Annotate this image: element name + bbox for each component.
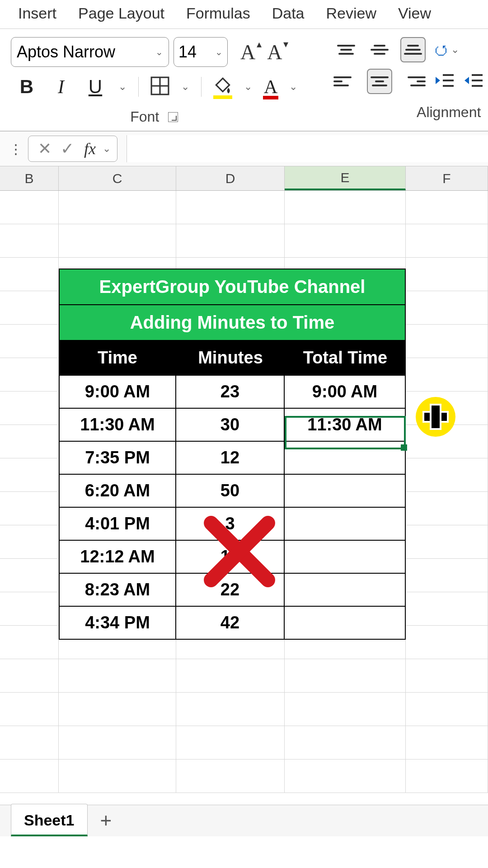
font-name-value: Aptos Narrow	[17, 42, 115, 61]
tab-formulas[interactable]: Formulas	[186, 5, 250, 22]
table-row[interactable]: 4:34 PM 42	[59, 607, 406, 640]
bold-button[interactable]: B	[15, 76, 38, 98]
cell-minutes[interactable]: 42	[176, 607, 285, 640]
enter-button[interactable]: ✓	[57, 139, 77, 159]
font-group-label: Font	[130, 108, 159, 125]
tab-page-layout[interactable]: Page Layout	[78, 5, 164, 22]
status-bar	[0, 836, 488, 868]
cancel-button[interactable]: ✕	[35, 139, 55, 159]
add-sheet-button[interactable]: +	[100, 809, 112, 836]
cell-minutes[interactable]: 23	[176, 375, 285, 409]
chevron-down-icon: ⌄	[155, 47, 163, 57]
italic-button[interactable]: I	[50, 76, 72, 98]
fill-color-button[interactable]	[213, 76, 232, 97]
alignment-group: ⭯ ⌄	[333, 37, 483, 131]
cell-total[interactable]: 11:30 AM	[285, 409, 406, 442]
header-minutes: Minutes	[176, 341, 285, 375]
column-header-E[interactable]: E	[285, 166, 406, 190]
column-header-F[interactable]: F	[406, 166, 488, 190]
cell-time[interactable]: 11:30 AM	[59, 409, 176, 442]
cell-total[interactable]	[285, 574, 406, 607]
chevron-down-icon: ⌄	[215, 47, 223, 57]
decrease-font-size-button[interactable]: A▾	[267, 40, 282, 64]
cell-time[interactable]: 8:23 AM	[59, 574, 176, 607]
formula-bar: ⋮ ✕ ✓ fx ⌄	[0, 131, 488, 166]
ribbon: Aptos Narrow ⌄ 14 ⌄ A▴ A▾ B I U ⌄	[0, 29, 488, 131]
column-header-D[interactable]: D	[176, 166, 285, 190]
column-header-C[interactable]: C	[59, 166, 176, 190]
column-headers: B C D E F	[0, 166, 488, 191]
decrease-indent-button[interactable]	[434, 71, 455, 91]
cell-total[interactable]	[285, 475, 406, 508]
align-center-button[interactable]	[367, 69, 392, 94]
header-total: Total Time	[285, 341, 406, 375]
table-title: ExpertGroup YouTube Channel	[59, 269, 406, 305]
table-row[interactable]: 7:35 PM 12	[59, 442, 406, 475]
increase-font-size-button[interactable]: A▴	[240, 40, 255, 64]
cell-total[interactable]	[285, 607, 406, 640]
insert-function-button[interactable]: fx	[80, 139, 100, 159]
increase-indent-button[interactable]	[463, 71, 483, 91]
orientation-button[interactable]: ⭯ ⌄	[434, 42, 459, 58]
cell-time[interactable]: 6:20 AM	[59, 475, 176, 508]
cell-total[interactable]	[285, 442, 406, 475]
separator	[138, 77, 139, 97]
cell-total[interactable]	[285, 508, 406, 541]
cell-time[interactable]: 4:34 PM	[59, 607, 176, 640]
middle-align-button[interactable]	[367, 37, 392, 62]
formula-bar-controls: ✕ ✓ fx ⌄	[28, 136, 117, 162]
chevron-down-icon[interactable]: ⌄	[118, 81, 127, 93]
cell-minutes[interactable]: 12	[176, 442, 285, 475]
table-header-row: Time Minutes Total Time	[59, 341, 406, 375]
cursor-icon	[416, 397, 455, 437]
chevron-down-icon[interactable]: ⌄	[103, 143, 111, 155]
align-left-button[interactable]	[333, 69, 359, 94]
drag-handle-icon[interactable]: ⋮	[9, 141, 23, 157]
column-header-B[interactable]: B	[0, 166, 59, 190]
chevron-down-icon[interactable]: ⌄	[244, 81, 252, 93]
cell-total[interactable]	[285, 541, 406, 574]
underline-button[interactable]: U	[84, 76, 107, 98]
spreadsheet-grid[interactable]: // left intentionally empty; grid rows g…	[0, 191, 488, 810]
formula-input[interactable]	[127, 135, 488, 162]
borders-button[interactable]	[150, 76, 169, 97]
sheet-tab-bar: Sheet1 +	[0, 805, 488, 836]
alignment-group-label: Alignment	[417, 104, 481, 121]
cell-time[interactable]: 9:00 AM	[59, 375, 176, 409]
bottom-align-button[interactable]	[400, 37, 426, 62]
cell-time[interactable]: 4:01 PM	[59, 508, 176, 541]
header-time: Time	[59, 341, 176, 375]
chevron-down-icon: ⌄	[451, 44, 459, 56]
tab-insert[interactable]: Insert	[18, 5, 56, 22]
table-subtitle: Adding Minutes to Time	[59, 305, 406, 341]
top-align-button[interactable]	[333, 37, 359, 62]
separator	[201, 77, 202, 97]
annotation-x-icon	[190, 502, 289, 601]
tab-view[interactable]: View	[398, 5, 431, 22]
cell-time[interactable]: 7:35 PM	[59, 442, 176, 475]
font-name-select[interactable]: Aptos Narrow ⌄	[11, 37, 169, 67]
table-row[interactable]: 11:30 AM 30 11:30 AM	[59, 409, 406, 442]
chevron-down-icon[interactable]: ⌄	[181, 81, 189, 93]
cell-total[interactable]: 9:00 AM	[285, 375, 406, 409]
sheet-tab[interactable]: Sheet1	[11, 804, 88, 836]
cell-time[interactable]: 12:12 AM	[59, 541, 176, 574]
chevron-down-icon[interactable]: ⌄	[289, 81, 297, 93]
ribbon-tab-strip: Insert Page Layout Formulas Data Review …	[0, 0, 488, 29]
tab-review[interactable]: Review	[326, 5, 376, 22]
orientation-icon: ⭯	[434, 42, 448, 58]
align-right-button[interactable]	[400, 69, 426, 94]
table-row[interactable]: 9:00 AM 23 9:00 AM	[59, 375, 406, 409]
font-size-value: 14	[178, 42, 197, 61]
font-group: Aptos Narrow ⌄ 14 ⌄ A▴ A▾ B I U ⌄	[11, 37, 297, 131]
font-size-select[interactable]: 14 ⌄	[174, 37, 228, 67]
tab-data[interactable]: Data	[272, 5, 305, 22]
font-dialog-launcher-icon[interactable]	[168, 112, 178, 122]
font-color-button[interactable]: A	[264, 76, 277, 98]
cell-minutes[interactable]: 30	[176, 409, 285, 442]
